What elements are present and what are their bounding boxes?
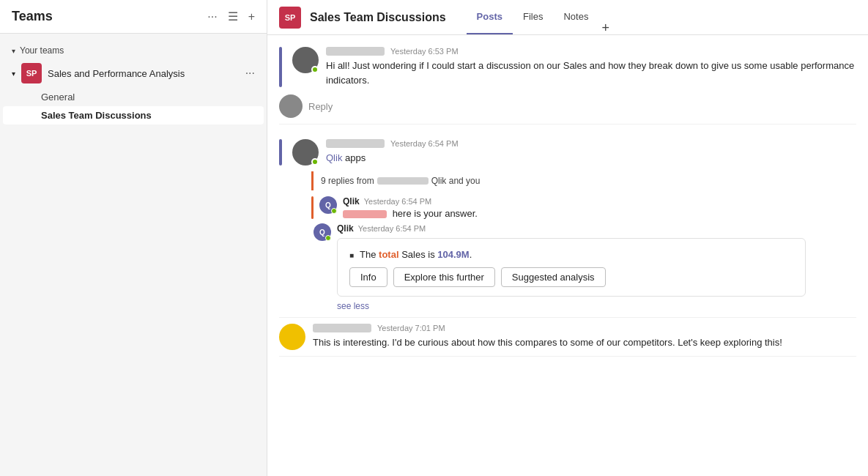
inline-status-1 [331, 208, 337, 214]
answer-buttons: Info Explore this further Suggested anal… [349, 267, 793, 287]
add-tab-button[interactable]: + [601, 21, 609, 34]
filter-icon[interactable]: ☰ [228, 10, 238, 23]
message-time-2: Yesterday 6:54 PM [390, 139, 459, 148]
inline-body-1: Qlik Yesterday 6:54 PM here is your answ… [343, 196, 856, 219]
message-row-1: Yesterday 6:53 PM Hi all! Just wondering… [279, 47, 856, 87]
team-name-sp: Sales and Performance Analysis [48, 68, 185, 79]
highlight-value: 104.9M [437, 249, 469, 260]
inline-status-2 [325, 235, 331, 241]
answer-bullet: ■ The total Sales is 104.9M. [349, 249, 793, 260]
replies-count: 9 replies from [321, 176, 374, 186]
inline-time-2: Yesterday 6:54 PM [358, 224, 426, 233]
tab-notes[interactable]: Notes [553, 0, 598, 34]
info-button[interactable]: Info [349, 267, 387, 287]
bottom-message-row: Yesterday 7:01 PM This is interesting. I… [279, 317, 856, 350]
inline-text-1: here is your answer. [343, 208, 856, 219]
team-item-sp[interactable]: ▾ SP Sales and Performance Analysis ··· [3, 59, 264, 88]
message-time-1: Yesterday 6:53 PM [390, 47, 459, 56]
chevron-down-icon: ▾ [12, 70, 15, 78]
bottom-body: Yesterday 7:01 PM This is interesting. I… [313, 324, 782, 350]
chat-area: Yesterday 6:53 PM Hi all! Just wondering… [267, 35, 868, 476]
message-group-2: Yesterday 6:54 PM Qlik apps 9 replies fr… [279, 127, 856, 357]
message-meta-1: Yesterday 6:53 PM [326, 47, 856, 56]
tab-posts[interactable]: Posts [467, 0, 513, 34]
main-panel: SP Sales Team Discussions Posts Files No… [267, 0, 868, 476]
message-meta-2: Yesterday 6:54 PM [326, 139, 856, 148]
qlik-link[interactable]: Qlik [326, 152, 342, 163]
reply-avatar [279, 94, 303, 118]
message-group-1: Yesterday 6:53 PM Hi all! Just wondering… [279, 35, 856, 124]
inline-reply-2: Q Qlik Yesterday 6:54 PM ■ The total Sal… [311, 223, 856, 311]
answer-card: ■ The total Sales is 104.9M. Info Explor… [337, 238, 806, 297]
bottom-text: This is interesting. I'd be curious abou… [313, 335, 782, 350]
sender-name-1 [326, 47, 385, 56]
message-body-2: Yesterday 6:54 PM Qlik apps [326, 139, 856, 166]
explore-further-button[interactable]: Explore this further [393, 267, 495, 287]
channel-item-sales-team-discussions[interactable]: Sales Team Discussions [3, 106, 264, 124]
inline-time-1: Yesterday 6:54 PM [364, 197, 432, 206]
sidebar-header: Teams ··· ☰ + [0, 0, 267, 34]
replies-sender-blur [377, 177, 429, 185]
inline-meta-2: Qlik Yesterday 6:54 PM [337, 223, 856, 234]
message-text-1: Hi all! Just wondering if I could start … [326, 59, 856, 87]
sidebar-content: ▾ Your teams ▾ SP Sales and Performance … [0, 34, 267, 133]
bottom-avatar [279, 324, 305, 350]
topbar: SP Sales Team Discussions Posts Files No… [267, 0, 868, 35]
thread-bar-1 [279, 47, 282, 87]
avatar-status-2 [311, 158, 319, 166]
inline-sender-1: Qlik [343, 196, 360, 207]
avatar-wrap-2 [292, 139, 319, 166]
sidebar-header-icons: ··· ☰ + [207, 10, 255, 23]
see-less-link[interactable]: see less [337, 301, 856, 311]
inline-sender-2: Qlik [337, 223, 354, 234]
tab-files[interactable]: Files [513, 0, 553, 34]
inline-reply-1: Q Qlik Yesterday 6:54 PM here is your an… [311, 196, 856, 219]
chevron-down-icon: ▾ [12, 47, 15, 55]
replies-suffix: Qlik and you [431, 176, 481, 186]
channel-item-general[interactable]: General [3, 88, 264, 106]
bottom-time: Yesterday 7:01 PM [377, 324, 445, 332]
your-teams-label[interactable]: ▾ Your teams [0, 42, 267, 59]
sidebar: Teams ··· ☰ + ▾ Your teams ▾ SP Sales an… [0, 0, 267, 476]
channel-name: Sales Team Discussions [310, 11, 446, 24]
inline-avatar-wrap-2: Q [314, 223, 331, 241]
inline-bar-1 [311, 196, 314, 219]
inline-avatar-wrap-1: Q [319, 196, 337, 214]
bottom-meta: Yesterday 7:01 PM [313, 324, 782, 332]
blur-text-1 [343, 210, 387, 218]
sender-name-2 [326, 139, 385, 148]
sidebar-title: Teams [12, 9, 53, 24]
thread-bar-2 [279, 139, 282, 166]
avatar-status-1 [311, 66, 319, 73]
topbar-tabs: Posts Files Notes + [467, 0, 609, 34]
team-avatar-sp: SP [21, 63, 42, 83]
add-icon[interactable]: + [248, 10, 255, 23]
message-body-1: Yesterday 6:53 PM Hi all! Just wondering… [326, 47, 856, 87]
answer-text: The total Sales is 104.9M. [360, 249, 472, 260]
message-row-2: Yesterday 6:54 PM Qlik apps [279, 139, 856, 166]
channel-avatar: SP [279, 7, 301, 29]
bullet-icon: ■ [349, 251, 354, 259]
reply-row-1: Reply [279, 94, 856, 118]
inline-meta-1: Qlik Yesterday 6:54 PM [343, 196, 856, 207]
suggested-analysis-button[interactable]: Suggested analysis [501, 267, 606, 287]
message-text-2: Qlik apps [326, 151, 856, 166]
inline-body-2: Qlik Yesterday 6:54 PM ■ The total Sales… [337, 223, 856, 311]
ellipsis-icon[interactable]: ··· [207, 10, 217, 23]
bottom-sender-blur [313, 324, 371, 332]
team-more-icon[interactable]: ··· [245, 67, 255, 80]
highlight-total: total [379, 249, 398, 260]
replies-bar: 9 replies from Qlik and you [311, 171, 856, 190]
reply-label[interactable]: Reply [308, 101, 333, 112]
avatar-wrap-1 [292, 47, 319, 73]
